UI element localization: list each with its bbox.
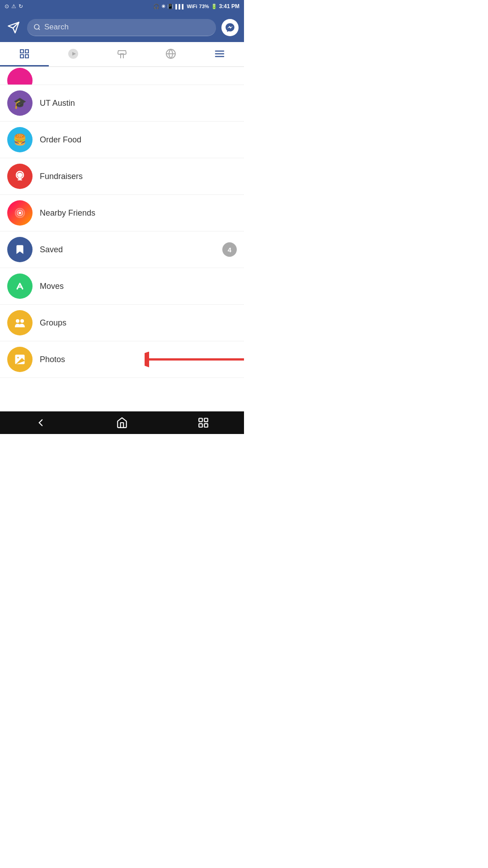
list-item-ut-austin[interactable]: 🎓 UT Austin (0, 85, 244, 122)
groups-icon (7, 310, 33, 335)
bottom-nav (0, 411, 244, 434)
header: Search (0, 13, 244, 42)
ut-austin-label: UT Austin (40, 99, 237, 108)
svg-line-3 (38, 28, 40, 30)
battery-percent: 73% (199, 4, 209, 9)
svg-rect-7 (25, 55, 28, 58)
nav-bar (0, 42, 244, 67)
nearby-friends-icon (7, 200, 33, 226)
vibrate-icon: 📳 (167, 4, 174, 9)
list-item-fundraisers[interactable]: Fundraisers (0, 158, 244, 195)
nav-item-menu[interactable] (195, 42, 244, 66)
bluetooth-icon: ✳ (161, 4, 165, 9)
list-item-order-food[interactable]: 🍔 Order Food (0, 122, 244, 158)
svg-rect-5 (25, 50, 28, 53)
menu-list: 🎓 UT Austin 🍔 Order Food Fundraisers (0, 67, 244, 411)
list-item-nearby-friends[interactable]: Nearby Friends (0, 195, 244, 231)
order-food-icon: 🍔 (7, 127, 33, 152)
ut-austin-icon: 🎓 (7, 90, 33, 116)
order-food-label: Order Food (40, 135, 237, 145)
recents-button[interactable] (197, 417, 209, 429)
saved-label: Saved (40, 245, 222, 255)
search-bar[interactable]: Search (27, 19, 216, 36)
nearby-friends-label: Nearby Friends (40, 208, 237, 218)
svg-rect-27 (199, 418, 202, 422)
back-button[interactable] (35, 417, 47, 429)
send-button[interactable] (5, 19, 22, 36)
red-arrow-annotation (145, 350, 244, 368)
signal-strength-icon: ▌▌▌ (175, 4, 185, 9)
list-item-groups[interactable]: Groups (0, 305, 244, 341)
home-button[interactable] (116, 417, 128, 429)
saved-icon (7, 237, 33, 262)
svg-rect-28 (204, 418, 208, 422)
fundraisers-label: Fundraisers (40, 172, 237, 181)
svg-rect-16 (19, 178, 21, 179)
nav-item-video[interactable] (49, 42, 98, 66)
fundraisers-icon (7, 164, 33, 189)
svg-point-2 (34, 24, 39, 29)
nav-item-marketplace[interactable] (98, 42, 146, 66)
list-item-saved[interactable]: Saved 4 (0, 231, 244, 268)
search-placeholder-text: Search (44, 23, 69, 32)
battery-icon: 🔋 (211, 4, 217, 9)
warning-icon: ⚠ (11, 3, 16, 9)
partial-icon (7, 68, 33, 85)
sync-icon: ↻ (19, 3, 23, 9)
svg-rect-6 (20, 55, 23, 58)
search-icon (33, 24, 41, 31)
list-item-top-partial[interactable] (0, 67, 244, 85)
nav-item-newsfeed[interactable] (0, 42, 49, 66)
spotify-icon: ⊙ (5, 3, 9, 9)
moves-label: Moves (40, 282, 237, 291)
svg-point-24 (17, 357, 19, 359)
groups-label: Groups (40, 318, 237, 328)
headphone-icon: 🎧 (153, 4, 160, 9)
messenger-button[interactable] (221, 19, 239, 36)
svg-rect-17 (18, 179, 22, 180)
photos-icon (7, 347, 33, 372)
list-item-photos[interactable]: Photos (0, 341, 244, 378)
svg-rect-29 (204, 424, 208, 427)
saved-badge: 4 (222, 242, 237, 257)
svg-point-22 (20, 319, 24, 323)
time-display: 3:41 PM (219, 3, 239, 9)
svg-point-20 (19, 212, 21, 214)
status-left-icons: ⊙ ⚠ ↻ (5, 3, 23, 9)
status-right-info: 🎧 ✳ 📳 ▌▌▌ WiFi 73% 🔋 3:41 PM (153, 3, 239, 9)
moves-icon (7, 274, 33, 299)
wifi-icon: WiFi (187, 4, 197, 9)
list-item-moves[interactable]: Moves (0, 268, 244, 305)
status-bar: ⊙ ⚠ ↻ 🎧 ✳ 📳 ▌▌▌ WiFi 73% 🔋 3:41 PM (0, 0, 244, 13)
svg-rect-30 (199, 424, 202, 427)
svg-point-21 (16, 319, 19, 323)
svg-rect-4 (20, 50, 23, 53)
nav-item-globe[interactable] (146, 42, 195, 66)
